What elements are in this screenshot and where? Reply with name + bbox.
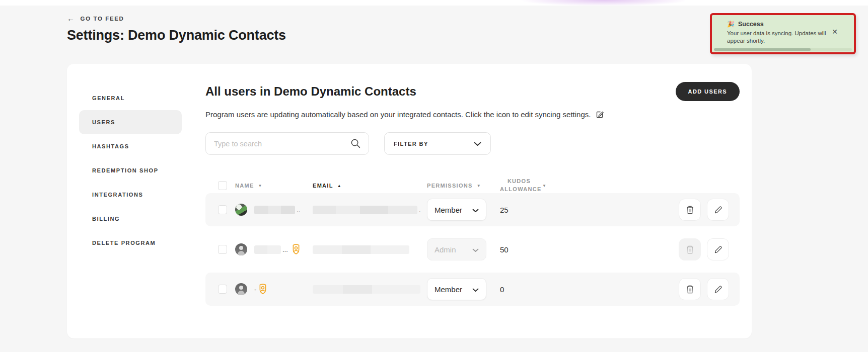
- search-icon: [350, 138, 361, 151]
- annotation-highlight-box: 🎉 Success Your user data is syncing. Upd…: [710, 13, 856, 54]
- page-header: ← GO TO FEED Settings: Demo Dynamic Cont…: [67, 14, 286, 43]
- search-input[interactable]: [205, 132, 369, 155]
- party-popper-icon: 🎉: [727, 21, 735, 28]
- permission-dropdown-disabled: Admin: [427, 238, 486, 260]
- back-arrow-icon: ←: [67, 14, 76, 23]
- panel-description: Program users are updating automatically…: [205, 110, 591, 119]
- edit-user-button[interactable]: [707, 238, 729, 260]
- sidebar-item-hashtags[interactable]: HASHTAGS: [79, 134, 182, 158]
- sort-desc-icon: ▼: [258, 184, 263, 188]
- toast-title: Success: [738, 21, 764, 28]
- close-icon[interactable]: ✕: [832, 28, 838, 35]
- edit-user-button[interactable]: [707, 278, 729, 300]
- permission-dropdown[interactable]: Member: [427, 199, 486, 221]
- column-header-permissions[interactable]: PERMISSIONS ▼: [427, 183, 481, 189]
- add-users-button[interactable]: ADD USERS: [676, 82, 740, 101]
- delete-user-button[interactable]: [679, 278, 701, 300]
- row-checkbox[interactable]: [218, 285, 227, 294]
- column-header-name[interactable]: NAME ▼: [235, 183, 263, 189]
- chevron-down-icon: [472, 285, 479, 294]
- sidebar-item-delete-program[interactable]: DELETE PROGRAM: [79, 231, 182, 255]
- filter-by-label: FILTER BY: [394, 141, 428, 147]
- sidebar-item-billing[interactable]: BILLING: [79, 207, 182, 231]
- table-row: .. . Member 25: [205, 193, 740, 226]
- page-title: Settings: Demo Dynamic Contacts: [67, 28, 286, 43]
- sort-desc-icon: ▼: [477, 184, 481, 188]
- users-panel: All users in Demo Dynamic Contacts ADD U…: [205, 64, 752, 338]
- filter-by-dropdown[interactable]: FILTER BY: [384, 132, 491, 155]
- go-to-feed-label: GO TO FEED: [81, 16, 124, 22]
- toast-progress-fill: [714, 48, 811, 51]
- chevron-down-icon: [474, 139, 481, 148]
- search-box: [205, 132, 369, 155]
- sidebar-item-redemption-shop[interactable]: REDEMPTION SHOP: [79, 158, 182, 183]
- sidebar-item-general[interactable]: GENERAL: [79, 86, 182, 110]
- table-row: ... Admin 50: [205, 233, 740, 266]
- toast-message: Your user data is syncing. Updates will …: [727, 30, 828, 45]
- sort-asc-icon: ▲: [337, 184, 342, 188]
- redacted-email: [313, 245, 409, 254]
- top-strip: [0, 0, 868, 6]
- sidebar-item-users[interactable]: USERS: [79, 110, 182, 134]
- sidebar-item-integrations[interactable]: INTEGRATIONS: [79, 183, 182, 207]
- admin-badge-icon: [258, 284, 268, 295]
- table-header: NAME ▼ EMAIL ▲ PERMISSIONS ▼ KU: [205, 178, 740, 193]
- go-to-feed-link[interactable]: ← GO TO FEED: [67, 14, 286, 23]
- panel-heading: All users in Demo Dynamic Contacts: [205, 84, 416, 99]
- settings-sidebar: GENERAL USERS HASHTAGS REDEMPTION SHOP I…: [67, 64, 205, 338]
- column-header-kudos-allowance[interactable]: KUDOS ALLOWANCE ▼: [500, 178, 547, 194]
- redacted-name: [254, 245, 281, 254]
- sort-desc-icon: ▼: [542, 184, 547, 188]
- redacted-name: [254, 206, 295, 214]
- table-row: - Member 0: [205, 273, 740, 306]
- kudos-allowance-value: 0: [500, 285, 504, 294]
- kudos-allowance-value: 50: [500, 245, 509, 254]
- admin-badge-icon: [291, 244, 301, 255]
- select-all-checkbox[interactable]: [218, 181, 227, 190]
- kudos-allowance-value: 25: [500, 206, 509, 214]
- edit-syncing-settings-icon[interactable]: [595, 110, 604, 119]
- avatar: [235, 204, 247, 216]
- delete-user-button-disabled: [679, 238, 701, 260]
- column-header-email[interactable]: EMAIL ▲: [313, 183, 342, 189]
- redacted-email: [313, 206, 417, 214]
- toast-progress-track: [714, 48, 852, 51]
- permission-dropdown[interactable]: Member: [427, 278, 486, 300]
- chevron-down-icon: [472, 245, 479, 254]
- edit-user-button[interactable]: [707, 199, 729, 221]
- row-checkbox[interactable]: [218, 205, 227, 214]
- success-toast: 🎉 Success Your user data is syncing. Upd…: [712, 15, 854, 52]
- purple-glow-decoration: [483, 0, 685, 6]
- settings-card: GENERAL USERS HASHTAGS REDEMPTION SHOP I…: [67, 64, 752, 338]
- redacted-email: [313, 285, 420, 294]
- avatar: [235, 283, 247, 295]
- row-checkbox[interactable]: [218, 245, 227, 254]
- delete-user-button[interactable]: [679, 199, 701, 221]
- chevron-down-icon: [472, 206, 479, 214]
- avatar: [235, 243, 247, 255]
